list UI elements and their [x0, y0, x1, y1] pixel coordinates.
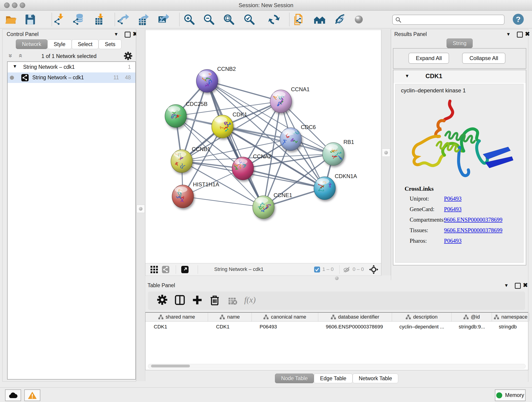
cell-name[interactable]: CDK1	[208, 322, 251, 332]
delete-column-icon[interactable]	[209, 295, 221, 307]
search-input[interactable]	[403, 16, 500, 23]
search-box[interactable]	[392, 15, 505, 25]
column-header-shared-name[interactable]: shared name	[146, 313, 208, 321]
crosslink-link-2[interactable]: 9606.ENSP00000378699	[444, 217, 502, 223]
column-header-description[interactable]: description	[392, 313, 452, 321]
edge-CCNE1-HIST1H1A[interactable]	[183, 196, 264, 207]
network-node-RB1[interactable]: RB1	[323, 139, 354, 166]
import-network-file-icon[interactable]	[53, 13, 65, 26]
network-node-CDKN1A[interactable]: CDKN1A	[314, 173, 357, 200]
zoom-in-icon[interactable]	[183, 13, 196, 26]
cloud-status-button[interactable]	[5, 389, 21, 401]
node-label-CDKN1A: CDKN1A	[335, 173, 357, 179]
table-horizontal-scrollbar[interactable]	[148, 364, 526, 369]
tab-select[interactable]: Select	[72, 39, 99, 49]
network-row-label: String Network – cdk1	[32, 75, 84, 81]
cell-shared-name[interactable]: CDK1	[146, 322, 208, 332]
tab-string[interactable]: String	[447, 38, 473, 48]
share-document-icon[interactable]	[293, 13, 306, 26]
export-image-icon[interactable]	[157, 13, 169, 26]
show-hide-graphics-icon[interactable]	[334, 13, 346, 26]
table-panel-collapse-icon[interactable]: ▼	[504, 283, 509, 288]
crosslink-link-3[interactable]: 9606.ENSP00000378699	[444, 227, 502, 234]
save-session-icon[interactable]	[24, 13, 36, 26]
network-node-CCNB2[interactable]: CCNB2	[196, 66, 236, 92]
split-columns-icon[interactable]	[175, 295, 186, 307]
horizontal-splitter-handle[interactable]	[335, 276, 339, 280]
network-view-icon[interactable]	[162, 266, 169, 273]
collapse-all-button[interactable]: Collapse All	[462, 53, 505, 64]
network-status-dot	[10, 76, 14, 80]
crosslink-link-4[interactable]: P06493	[444, 238, 462, 244]
export-network-icon[interactable]	[117, 13, 129, 26]
warning-status-button[interactable]	[24, 389, 40, 401]
control-panel: Control Panel ▼ ✖ NetworkStyleSelectSets…	[2, 29, 136, 382]
cell-namespace[interactable]: stringdb	[491, 322, 528, 332]
column-header-database-identifier[interactable]: database identifier	[318, 313, 392, 321]
table-panel-float-icon[interactable]	[515, 283, 521, 289]
zoom-selected-icon[interactable]	[243, 13, 255, 26]
crosslink-label-1: GeneCard:	[410, 206, 434, 212]
cell-canonical-name[interactable]: P06493	[251, 322, 317, 332]
expand-all-button[interactable]: Expand All	[409, 53, 449, 64]
network-collection-row[interactable]: ▼ String Network – cdk1 1	[7, 62, 135, 72]
scrollbar-thumb[interactable]	[151, 365, 190, 367]
tab-edge-table[interactable]: Edge Table	[314, 374, 353, 383]
right-splitter-handle[interactable]	[382, 148, 390, 157]
network-view-canvas[interactable]: CCNB2CCNA1CDC25BCDK1CDC6RB1CCNB1CCNA2CDK…	[145, 30, 381, 264]
zoom-out-icon[interactable]	[203, 13, 215, 26]
network-node-CDC25B[interactable]: CDC25B	[165, 101, 208, 128]
export-table-icon[interactable]	[136, 13, 149, 26]
home-layout-icon[interactable]	[314, 13, 326, 26]
results-panel-collapse-icon[interactable]: ▼	[506, 32, 511, 37]
results-panel-close-icon[interactable]: ✖	[525, 32, 530, 36]
edge-CCNB2-CCNE1[interactable]	[207, 81, 264, 207]
horizontal-splitter[interactable]	[145, 275, 381, 280]
left-splitter-handle[interactable]	[137, 205, 145, 213]
tab-node-table[interactable]: Node Table	[275, 374, 314, 383]
gene-section-header[interactable]: ▼ CDK1	[393, 70, 526, 83]
open-in-new-window-icon[interactable]	[181, 266, 189, 273]
results-panel-float-icon[interactable]	[517, 32, 523, 38]
tab-style[interactable]: Style	[47, 39, 71, 49]
open-session-icon[interactable]	[5, 13, 17, 26]
cell-database-identifier[interactable]: 9606.ENSP00000378699	[317, 322, 391, 332]
network-node-HIST1H1A[interactable]: HIST1H1A	[172, 181, 219, 208]
fit-content-crosshair-icon[interactable]	[369, 265, 378, 274]
gear-icon[interactable]	[157, 295, 169, 307]
column-header--id[interactable]: @id	[452, 313, 492, 321]
gene-collapse-icon[interactable]: ▼	[405, 73, 409, 79]
tree-expand-icon[interactable]: ▼	[13, 64, 17, 69]
hidden-count-eye-icon[interactable]	[343, 267, 351, 273]
add-column-icon[interactable]	[192, 295, 204, 307]
tab-network[interactable]: Network	[16, 39, 47, 49]
control-panel-collapse-icon[interactable]: ▼	[114, 32, 119, 37]
refresh-icon[interactable]	[268, 13, 280, 26]
crosslink-link-1[interactable]: P06493	[444, 206, 462, 212]
network-node-CCNA1[interactable]: CCNA1	[270, 86, 310, 113]
birdseye-icon[interactable]	[353, 13, 365, 26]
zoom-fit-icon[interactable]	[223, 13, 235, 26]
table-panel-close-icon[interactable]: ✖	[523, 283, 528, 287]
column-header-canonical-name[interactable]: canonical name	[252, 313, 318, 321]
network-icon	[21, 74, 29, 81]
network-row-selected[interactable]: String Network – cdk1 11 48	[7, 72, 135, 83]
table-row[interactable]: CDK1CDK1P064939606.ENSP00000378699cyclin…	[146, 322, 528, 332]
import-table-icon[interactable]	[93, 13, 105, 26]
grid-view-icon[interactable]	[151, 266, 158, 273]
import-network-database-icon[interactable]	[72, 13, 85, 26]
selected-count-checkbox-icon[interactable]	[314, 267, 320, 273]
network-options-gear-icon[interactable]	[124, 52, 132, 60]
crosslink-label-3: Tissues:	[410, 227, 428, 234]
column-header-name[interactable]: name	[208, 313, 252, 321]
control-panel-float-icon[interactable]	[125, 32, 131, 38]
cell--id[interactable]: stringdb:9...	[450, 322, 491, 332]
column-header-namespace[interactable]: namespace	[492, 313, 530, 321]
tab-network-table[interactable]: Network Table	[353, 374, 398, 383]
help-icon[interactable]: ?	[513, 14, 524, 25]
crosslink-link-0[interactable]: P06493	[444, 196, 462, 202]
cell-description[interactable]: cyclin–dependent ...	[391, 322, 450, 332]
memory-button[interactable]: Memory	[495, 389, 526, 401]
gene-details: cyclin–dependent kinase 1 CrossLinks Uni…	[395, 84, 524, 263]
tab-sets[interactable]: Sets	[99, 39, 121, 49]
